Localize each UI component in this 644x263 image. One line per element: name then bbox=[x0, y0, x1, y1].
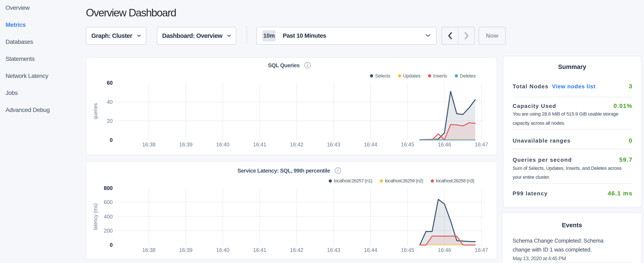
svg-text:16:38: 16:38 bbox=[142, 247, 156, 253]
svg-text:0: 0 bbox=[110, 242, 113, 248]
svg-text:16:42: 16:42 bbox=[290, 141, 304, 147]
svg-text:16:46: 16:46 bbox=[438, 141, 451, 147]
svg-text:16:45: 16:45 bbox=[401, 141, 414, 147]
svg-text:0: 0 bbox=[110, 137, 113, 143]
svg-text:queries: queries bbox=[93, 103, 98, 119]
svg-text:800: 800 bbox=[104, 185, 113, 191]
svg-text:16:47: 16:47 bbox=[475, 141, 488, 147]
svg-text:16:38: 16:38 bbox=[142, 141, 156, 147]
svg-text:16:40: 16:40 bbox=[216, 247, 230, 253]
svg-text:40: 40 bbox=[107, 99, 113, 105]
svg-text:16:44: 16:44 bbox=[364, 141, 378, 147]
svg-text:16:39: 16:39 bbox=[179, 141, 193, 147]
svg-text:16:41: 16:41 bbox=[253, 141, 266, 147]
svg-text:200: 200 bbox=[104, 228, 113, 234]
svg-text:20: 20 bbox=[107, 118, 113, 124]
svg-text:16:44: 16:44 bbox=[364, 247, 378, 253]
svg-text:16:43: 16:43 bbox=[327, 247, 340, 253]
svg-text:16:39: 16:39 bbox=[179, 247, 193, 253]
svg-text:16:45: 16:45 bbox=[401, 247, 414, 253]
svg-text:16:46: 16:46 bbox=[438, 247, 451, 253]
svg-text:16:42: 16:42 bbox=[290, 247, 304, 253]
svg-text:600: 600 bbox=[104, 199, 113, 205]
svg-text:16:40: 16:40 bbox=[216, 141, 230, 147]
svg-text:60: 60 bbox=[107, 80, 113, 86]
svg-text:16:41: 16:41 bbox=[253, 247, 266, 253]
svg-text:16:43: 16:43 bbox=[327, 141, 340, 147]
svg-text:16:47: 16:47 bbox=[475, 247, 488, 253]
svg-text:latency (ms): latency (ms) bbox=[93, 203, 98, 230]
svg-text:400: 400 bbox=[104, 214, 113, 220]
